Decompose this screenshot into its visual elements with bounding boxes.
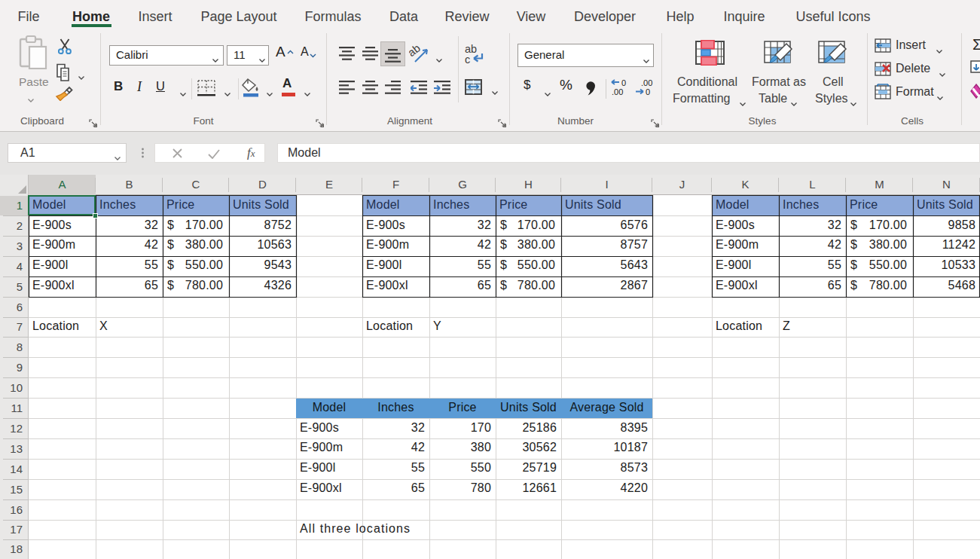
svg-text:c: c bbox=[465, 53, 470, 65]
svg-text:.00: .00 bbox=[612, 87, 623, 96]
svg-text:0: 0 bbox=[621, 78, 626, 87]
svg-text:0: 0 bbox=[646, 87, 650, 96]
svg-text:.00: .00 bbox=[641, 78, 652, 87]
